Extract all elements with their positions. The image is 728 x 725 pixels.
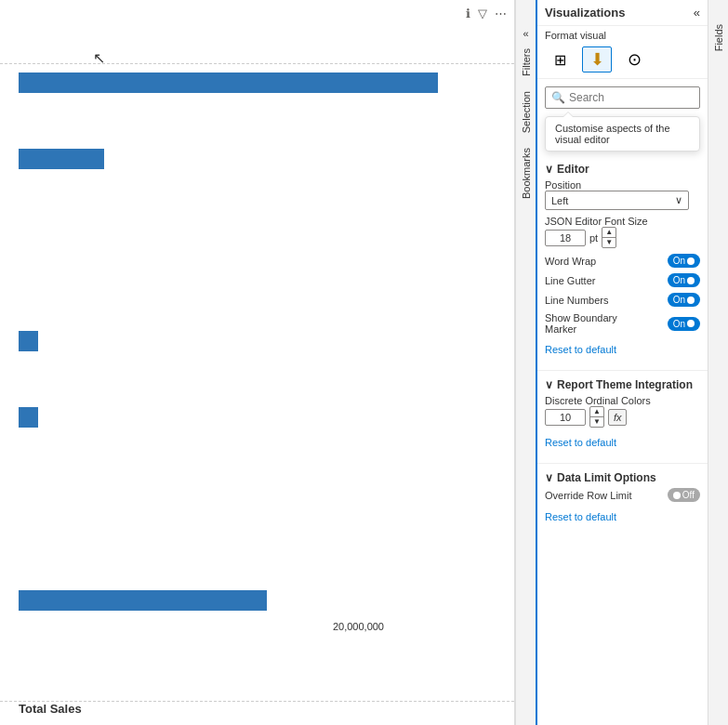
boundary-marker-toggle[interactable]: On (668, 317, 700, 331)
bar-4 (19, 407, 38, 428)
search-box: 🔍 (545, 86, 700, 109)
axis-value: 20,000,000 (333, 621, 384, 632)
info-icon[interactable]: ℹ (466, 7, 470, 20)
bar-row (19, 328, 496, 354)
spinner-down2[interactable]: ▼ (590, 417, 603, 427)
bar-5 (19, 590, 267, 611)
override-row-limit-row: Override Row Limit Off (545, 488, 700, 502)
search-input[interactable] (569, 91, 708, 104)
chart-toolbar: ℹ ▽ ⋯ (0, 0, 514, 26)
tooltip-bubble: Customise aspects of the visual editor (545, 116, 700, 152)
data-limit-label: Data Limit Options (557, 471, 656, 484)
viz-header-icons: « (694, 6, 700, 20)
bar-row (19, 587, 496, 613)
data-limit-reset-link[interactable]: Reset to default (545, 508, 700, 528)
bar-3 (19, 331, 38, 351)
spinner-down[interactable]: ▼ (602, 238, 615, 247)
spinner-up2[interactable]: ▲ (590, 407, 603, 417)
editor-section-label: Editor (557, 163, 589, 176)
discrete-colors-input[interactable] (545, 409, 586, 426)
data-limit-section: ∨ Data Limit Options Override Row Limit … (537, 466, 708, 535)
word-wrap-row: Word Wrap On (545, 254, 700, 268)
line-gutter-toggle[interactable]: On (668, 273, 700, 287)
viz-icons-row: ⊞ ⬇ ⊙ (537, 43, 708, 79)
editor-section-content: Position Left ∨ JSON Editor Font Size pt… (537, 179, 708, 368)
data-limit-collapse-icon: ∨ (545, 471, 553, 484)
chart-content: ↖ 20,000,000 Total Sales (0, 26, 514, 725)
word-wrap-toggle[interactable]: On (668, 254, 700, 268)
analytics-icon-btn[interactable]: ⊙ (619, 46, 649, 72)
override-row-limit-label: Override Row Limit (545, 490, 632, 501)
report-theme-label: Report Theme Integration (557, 378, 693, 391)
override-row-limit-toggle[interactable]: Off (668, 488, 700, 502)
toggle-on-text3: On (673, 295, 685, 305)
chart-area: ℹ ▽ ⋯ ↖ 20,000,000 (0, 0, 515, 725)
line-numbers-toggle[interactable]: On (668, 293, 700, 307)
side-tab-filters: « Filters Selection Bookmarks (515, 0, 536, 725)
editor-collapse-icon: ∨ (545, 163, 553, 176)
bar-chart (19, 35, 496, 648)
viz-panel: Visualizations « Format visual ⊞ ⬇ ⊙ 🔍 C… (536, 0, 708, 725)
bar-row (19, 222, 496, 278)
font-size-input[interactable] (545, 230, 586, 246)
filter-icon[interactable]: ▽ (478, 7, 487, 20)
toggle-on-text: On (673, 256, 685, 266)
report-theme-header[interactable]: ∨ Report Theme Integration (537, 373, 708, 395)
grid-icon-btn[interactable]: ⊞ (545, 46, 575, 72)
toggle-circle (687, 257, 695, 265)
font-size-label: JSON Editor Font Size (545, 216, 700, 227)
viz-collapse-icon[interactable]: « (694, 6, 700, 20)
discrete-colors-label: Discrete Ordinal Colors (545, 395, 700, 406)
report-theme-section: ∨ Report Theme Integration Discrete Ordi… (537, 373, 708, 464)
line-gutter-label: Line Gutter (545, 275, 595, 286)
collapse-arrow[interactable]: « (523, 28, 528, 39)
bookmarks-label[interactable]: Bookmarks (519, 142, 534, 204)
toggle-circle3 (687, 297, 695, 304)
viz-panel-header: Visualizations « (537, 0, 708, 26)
editor-reset-link[interactable]: Reset to default (545, 340, 700, 361)
boundary-marker-row: Show BoundaryMarker On (545, 312, 700, 335)
discrete-colors-row: ▲ ▼ fx (545, 406, 700, 428)
bar-2 (19, 149, 104, 169)
bar-row (19, 404, 496, 430)
report-theme-reset-link[interactable]: Reset to default (545, 433, 700, 454)
discrete-colors-spinner[interactable]: ▲ ▼ (589, 406, 604, 428)
data-limit-content: Override Row Limit Off Reset to default (537, 488, 708, 535)
editor-section: ∨ Editor Position Left ∨ JSON Editor Fon… (537, 157, 708, 371)
position-dropdown[interactable]: Left ∨ (545, 191, 689, 210)
boundary-marker-label: Show BoundaryMarker (545, 312, 617, 335)
line-numbers-row: Line Numbers On (545, 293, 700, 307)
spinner-up[interactable]: ▲ (602, 228, 615, 238)
pt-unit: pt (589, 232, 598, 244)
fields-tab[interactable]: Fields (708, 0, 728, 725)
word-wrap-label: Word Wrap (545, 256, 596, 267)
editor-section-header[interactable]: ∨ Editor (537, 157, 708, 179)
format-visual-label: Format visual (537, 26, 708, 43)
position-value: Left (551, 195, 568, 206)
line-gutter-row: Line Gutter On (545, 273, 700, 287)
font-size-row: pt ▲ ▼ (545, 227, 700, 248)
more-icon[interactable]: ⋯ (495, 7, 507, 20)
side-panels: « Filters Selection Bookmarks (515, 0, 536, 725)
chart-title: Total Sales (19, 702, 82, 716)
viz-panel-title: Visualizations (545, 6, 625, 20)
fields-label[interactable]: Fields (711, 19, 726, 57)
line-numbers-label: Line Numbers (545, 295, 608, 306)
font-size-spinner[interactable]: ▲ ▼ (602, 227, 616, 248)
toggle-off-text: Off (682, 490, 695, 500)
selection-label[interactable]: Selection (519, 86, 534, 138)
toggle-on-text2: On (673, 275, 685, 285)
bar-1 (19, 72, 438, 93)
toggle-on-text4: On (673, 319, 685, 329)
report-theme-divider (537, 463, 708, 464)
format-icon-btn[interactable]: ⬇ (582, 46, 612, 72)
filters-label[interactable]: Filters (519, 43, 534, 82)
fx-button[interactable]: fx (608, 409, 628, 426)
data-limit-header[interactable]: ∨ Data Limit Options (537, 466, 708, 488)
bar-row (19, 481, 496, 537)
position-label: Position (545, 179, 700, 191)
bar-row (19, 70, 496, 96)
viz-body: ∨ Editor Position Left ∨ JSON Editor Fon… (537, 157, 708, 725)
editor-divider (537, 370, 708, 371)
tooltip-text: Customise aspects of the visual editor (555, 123, 670, 145)
